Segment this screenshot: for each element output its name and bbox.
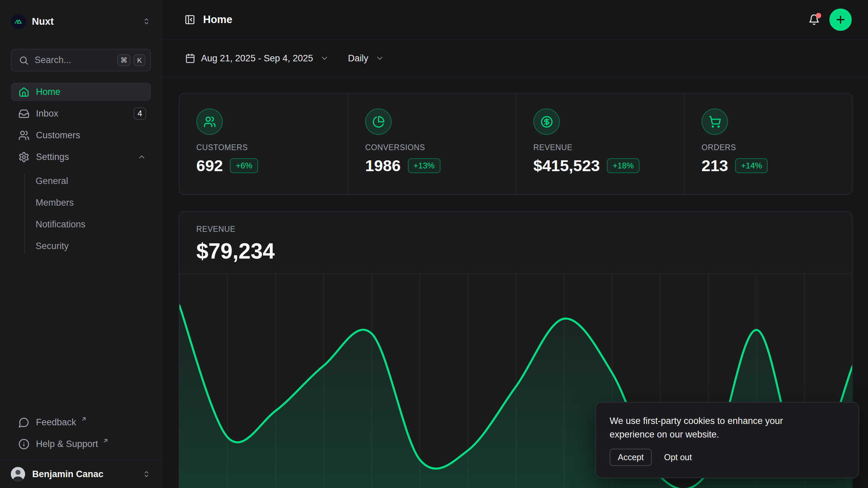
- sidebar-footer-nav: Feedback Help & Support: [11, 413, 151, 460]
- cookie-banner: We use first-party cookies to enhance yo…: [595, 402, 859, 478]
- pie-chart-icon: [365, 108, 392, 135]
- period-select[interactable]: Daily: [348, 53, 384, 64]
- home-icon: [18, 86, 29, 98]
- sidebar-collapse-button[interactable]: [184, 14, 195, 25]
- gear-icon: [18, 151, 29, 163]
- chevrons-up-down-icon: [142, 470, 151, 479]
- stat-label: CONVERSIONS: [365, 143, 516, 152]
- stat-delta-badge: +6%: [230, 158, 258, 173]
- header-actions: [808, 8, 852, 31]
- stat-delta-badge: +14%: [735, 158, 768, 173]
- workspace-switcher[interactable]: Nuxt: [11, 14, 151, 29]
- notification-dot: [816, 13, 821, 18]
- dollar-circle-icon: [533, 108, 560, 135]
- inbox-count-badge: 4: [134, 107, 146, 120]
- user-menu[interactable]: Benjamin Canac: [0, 460, 162, 488]
- stat-conversions[interactable]: CONVERSIONS 1986 +13%: [348, 94, 516, 194]
- sidebar-item-members[interactable]: Members: [36, 195, 151, 210]
- external-link-icon: [102, 438, 109, 444]
- date-range-picker[interactable]: Aug 21, 2025 - Sep 4, 2025: [185, 53, 329, 64]
- chevrons-up-down-icon: [142, 17, 151, 26]
- external-link-icon: [81, 416, 87, 422]
- stat-delta-badge: +18%: [607, 158, 639, 173]
- stat-label: CUSTOMERS: [196, 143, 348, 152]
- stat-value: 692: [196, 156, 223, 175]
- page-title: Home: [203, 14, 232, 26]
- cookie-message: We use first-party cookies to enhance yo…: [610, 414, 820, 441]
- calendar-icon: [185, 53, 195, 63]
- sidebar-item-home[interactable]: Home: [11, 83, 151, 101]
- notifications-button[interactable]: [808, 14, 820, 25]
- stat-customers[interactable]: CUSTOMERS 692 +6%: [179, 94, 348, 194]
- stat-label: ORDERS: [702, 143, 852, 152]
- header: Home: [162, 0, 868, 40]
- sidebar-item-customers[interactable]: Customers: [11, 126, 151, 144]
- stat-delta-badge: +13%: [408, 158, 440, 173]
- sidebar-item-help-support[interactable]: Help & Support: [11, 435, 151, 453]
- shopping-cart-icon: [702, 108, 728, 135]
- users-icon: [18, 130, 29, 141]
- sidebar-item-label: Settings: [36, 152, 69, 162]
- plus-icon: [835, 14, 846, 25]
- sidebar-spacer: [11, 253, 151, 413]
- workspace-name: Nuxt: [32, 16, 54, 27]
- stat-revenue[interactable]: REVENUE $415,523 +18%: [516, 94, 684, 194]
- nuxt-logo-icon: [11, 14, 26, 29]
- settings-subnav: General Members Notifications Security: [24, 174, 151, 253]
- period-label: Daily: [348, 53, 368, 64]
- chevron-down-icon: [375, 54, 384, 63]
- sidebar-item-feedback[interactable]: Feedback: [11, 413, 151, 431]
- date-range-label: Aug 21, 2025 - Sep 4, 2025: [201, 53, 313, 64]
- sidebar-item-label: Inbox: [36, 108, 58, 119]
- revenue-chart-label: REVENUE: [196, 225, 852, 234]
- info-circle-icon: [18, 439, 29, 450]
- sidebar-item-notifications[interactable]: Notifications: [36, 217, 151, 232]
- sidebar-item-label: Customers: [36, 130, 80, 141]
- sidebar-item-label: Feedback: [36, 417, 76, 428]
- search-shortcut: ⌘ K: [117, 54, 145, 66]
- sidebar-item-label: Help & Support: [36, 439, 98, 449]
- opt-out-button[interactable]: Opt out: [664, 452, 692, 462]
- sidebar-item-general[interactable]: General: [36, 174, 151, 188]
- stat-label: REVENUE: [533, 143, 684, 152]
- kbd-cmd: ⌘: [117, 54, 131, 66]
- chevron-up-icon: [137, 152, 146, 161]
- search-placeholder: Search...: [35, 55, 71, 65]
- search-icon: [19, 55, 29, 65]
- avatar: [11, 467, 25, 481]
- search-input[interactable]: Search... ⌘ K: [11, 49, 151, 72]
- sidebar-nav: Home Inbox 4 C: [11, 83, 151, 253]
- user-name: Benjamin Canac: [32, 469, 103, 480]
- stats-card: CUSTOMERS 692 +6% CONVERSIONS 1986: [179, 93, 853, 195]
- stat-value: 213: [702, 156, 728, 175]
- panel-left-close-icon: [184, 14, 195, 25]
- accept-button[interactable]: Accept: [610, 449, 652, 466]
- stat-value: $415,523: [533, 156, 600, 175]
- sidebar-item-security[interactable]: Security: [36, 239, 151, 253]
- inbox-icon: [18, 108, 29, 119]
- message-bubble-icon: [18, 417, 29, 428]
- sidebar: Nuxt Search... ⌘ K: [0, 0, 162, 488]
- stat-value: 1986: [365, 156, 401, 175]
- filters-bar: Aug 21, 2025 - Sep 4, 2025 Daily: [162, 40, 868, 77]
- stat-orders[interactable]: ORDERS 213 +14%: [684, 94, 852, 194]
- sidebar-item-settings[interactable]: Settings: [11, 148, 151, 166]
- sidebar-item-inbox[interactable]: Inbox 4: [11, 104, 151, 123]
- revenue-chart-total: $79,234: [196, 239, 852, 264]
- add-button[interactable]: [829, 8, 852, 31]
- users-icon: [196, 108, 223, 135]
- kbd-k: K: [134, 54, 145, 66]
- sidebar-item-label: Home: [36, 87, 60, 97]
- chevron-down-icon: [320, 54, 329, 63]
